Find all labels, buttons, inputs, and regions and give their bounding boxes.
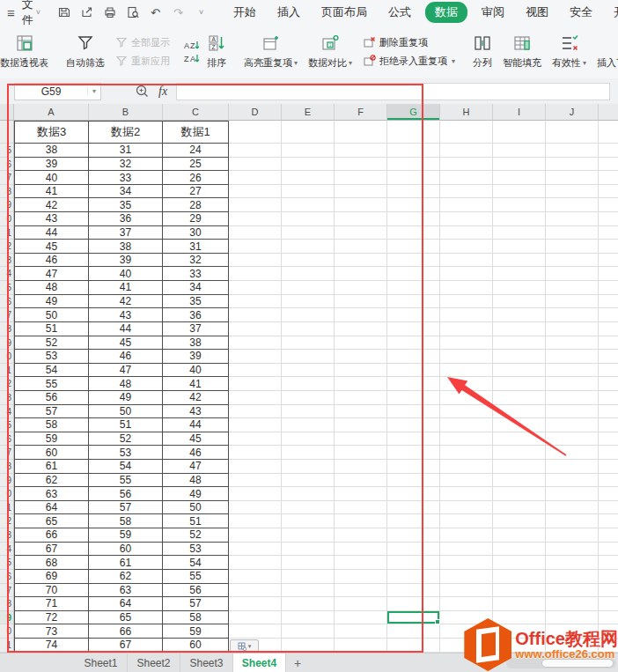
- empty-cell[interactable]: [282, 308, 335, 322]
- empty-cell[interactable]: [546, 121, 599, 144]
- data-cell-B45[interactable]: 51: [89, 418, 163, 432]
- empty-cell[interactable]: [546, 364, 599, 378]
- sheet-tab-sheet2[interactable]: Sheet2: [128, 654, 180, 672]
- empty-cell[interactable]: [440, 460, 493, 474]
- empty-cell[interactable]: [387, 212, 440, 226]
- data-cell-C35[interactable]: 34: [163, 281, 229, 295]
- empty-cell[interactable]: [546, 611, 599, 625]
- empty-cell[interactable]: [229, 364, 282, 378]
- data-cell-C26[interactable]: 25: [163, 158, 229, 172]
- empty-cell[interactable]: [229, 198, 282, 212]
- data-cell-B42[interactable]: 48: [89, 377, 163, 391]
- empty-cell[interactable]: [387, 624, 440, 639]
- data-cell-C55[interactable]: 54: [163, 556, 229, 570]
- column-header-F[interactable]: F: [335, 104, 387, 121]
- empty-cell[interactable]: [599, 308, 618, 322]
- data-cell-A47[interactable]: 60: [14, 446, 89, 460]
- data-cell-C50[interactable]: 49: [163, 487, 229, 501]
- empty-cell[interactable]: [335, 281, 387, 295]
- row-header-33[interactable]: 3: [0, 254, 14, 268]
- add-sheet-button[interactable]: +: [286, 654, 309, 672]
- empty-cell[interactable]: [282, 514, 335, 528]
- data-cell-B38[interactable]: 44: [89, 322, 163, 336]
- empty-cell[interactable]: [493, 446, 546, 460]
- data-cell-A61[interactable]: 74: [14, 639, 89, 653]
- empty-cell[interactable]: [493, 597, 546, 611]
- empty-cell[interactable]: [599, 514, 618, 528]
- data-cell-A52[interactable]: 65: [14, 514, 89, 528]
- empty-cell[interactable]: [229, 240, 282, 254]
- empty-cell[interactable]: [282, 158, 335, 172]
- menu-tab-开始[interactable]: 开始: [223, 2, 267, 23]
- data-cell-A56[interactable]: 69: [14, 570, 89, 584]
- row-header-61[interactable]: 1: [0, 639, 14, 653]
- data-cell-B32[interactable]: 38: [89, 240, 163, 254]
- empty-cell[interactable]: [229, 295, 282, 309]
- empty-cell[interactable]: [599, 254, 618, 268]
- menu-tab-安全[interactable]: 安全: [559, 2, 603, 23]
- empty-cell[interactable]: [493, 226, 546, 240]
- empty-cell[interactable]: [387, 487, 440, 501]
- empty-cell[interactable]: [493, 185, 546, 199]
- empty-cell[interactable]: [493, 267, 546, 281]
- empty-cell[interactable]: [335, 226, 387, 240]
- row-header-38[interactable]: 8: [0, 322, 14, 336]
- undo-icon[interactable]: ↶: [148, 5, 163, 20]
- empty-cell[interactable]: [387, 185, 440, 199]
- empty-cell[interactable]: [387, 144, 440, 158]
- data-cell-A41[interactable]: 54: [14, 364, 89, 378]
- row-header-50[interactable]: 0: [0, 487, 14, 501]
- empty-cell[interactable]: [335, 514, 387, 528]
- empty-cell[interactable]: [546, 350, 599, 364]
- data-cell-B60[interactable]: 66: [89, 624, 163, 639]
- empty-cell[interactable]: [440, 446, 493, 460]
- empty-cell[interactable]: [493, 240, 546, 254]
- empty-cell[interactable]: [599, 487, 618, 501]
- empty-cell[interactable]: [599, 528, 618, 543]
- data-cell-B57[interactable]: 63: [89, 584, 163, 598]
- empty-cell[interactable]: [282, 240, 335, 254]
- empty-cell[interactable]: [440, 281, 493, 295]
- empty-cell[interactable]: [229, 254, 282, 268]
- data-cell-C54[interactable]: 53: [163, 543, 229, 557]
- data-cell-B29[interactable]: 35: [89, 198, 163, 212]
- empty-cell[interactable]: [493, 570, 546, 584]
- row-header-51[interactable]: 1: [0, 501, 14, 515]
- data-cell-A36[interactable]: 49: [14, 295, 89, 309]
- empty-cell[interactable]: [282, 377, 335, 391]
- empty-cell[interactable]: [440, 391, 493, 405]
- empty-cell[interactable]: [335, 391, 387, 405]
- empty-cell[interactable]: [282, 611, 335, 625]
- data-cell-B33[interactable]: 39: [89, 254, 163, 268]
- empty-cell[interactable]: [599, 121, 618, 144]
- empty-cell[interactable]: [282, 528, 335, 543]
- empty-cell[interactable]: [282, 474, 335, 488]
- empty-cell[interactable]: [387, 308, 440, 322]
- empty-cell[interactable]: [229, 446, 282, 460]
- empty-cell[interactable]: [546, 597, 599, 611]
- empty-cell[interactable]: [335, 350, 387, 364]
- empty-cell[interactable]: [387, 543, 440, 557]
- empty-cell[interactable]: [282, 418, 335, 432]
- empty-cell[interactable]: [229, 185, 282, 199]
- empty-cell[interactable]: [229, 624, 282, 639]
- empty-cell[interactable]: [387, 377, 440, 391]
- empty-cell[interactable]: [229, 584, 282, 598]
- empty-cell[interactable]: [493, 281, 546, 295]
- empty-cell[interactable]: [282, 501, 335, 515]
- data-cell-C58[interactable]: 57: [163, 597, 229, 611]
- empty-cell[interactable]: [440, 240, 493, 254]
- print-preview-icon[interactable]: [125, 5, 140, 20]
- empty-cell[interactable]: [599, 446, 618, 460]
- empty-cell[interactable]: [282, 144, 335, 158]
- data-cell-A59[interactable]: 72: [14, 611, 89, 625]
- column-header-C[interactable]: C: [163, 104, 229, 121]
- sheet-tab-sheet3[interactable]: Sheet3: [180, 654, 233, 672]
- data-cell-C40[interactable]: 39: [163, 350, 229, 364]
- empty-cell[interactable]: [282, 350, 335, 364]
- data-cell-A51[interactable]: 64: [14, 501, 89, 515]
- data-cell-A49[interactable]: 62: [14, 474, 89, 488]
- empty-cell[interactable]: [335, 528, 387, 543]
- empty-cell[interactable]: [546, 144, 599, 158]
- empty-cell[interactable]: [335, 405, 387, 419]
